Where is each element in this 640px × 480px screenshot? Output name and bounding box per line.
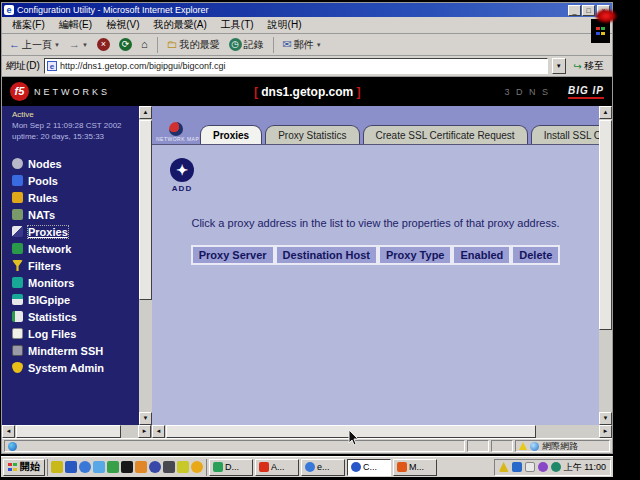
add-proxy-button[interactable]: ✦ ADD [170, 158, 194, 193]
favorites-folder-icon: 🗀 [167, 39, 178, 50]
menu-tools[interactable]: 工具(T) [215, 17, 260, 33]
column-header-enabled[interactable]: Enabled [452, 245, 511, 265]
column-header-destination-host[interactable]: Destination Host [275, 245, 378, 265]
menu-view[interactable]: 檢視(V) [100, 17, 145, 33]
minimize-button[interactable]: _ [568, 5, 581, 16]
scroll-left-icon[interactable]: ◄ [2, 425, 15, 438]
sidebar-item-logfiles[interactable]: Log Files [12, 325, 139, 342]
main-vertical-scrollbar[interactable]: ▲ ▼ [599, 106, 612, 425]
screen: e Configuration Utility - Microsoft Inte… [0, 0, 640, 480]
task-app-icon [259, 462, 269, 472]
bracket-icon: ] [357, 85, 361, 99]
network-icon [12, 243, 23, 254]
tab-install-ssl-certificate[interactable]: Install SSL Certificate [531, 125, 599, 144]
main-panel: NETWORK MAP Proxies Proxy Statistics Cre… [152, 106, 612, 425]
sidebar-item-network[interactable]: Network [12, 240, 139, 257]
back-dropdown-icon[interactable]: ▼ [54, 42, 60, 48]
forward-button[interactable]: → ▼ [66, 38, 91, 51]
task-app-icon [213, 462, 223, 472]
menu-edit[interactable]: 編輯(E) [53, 17, 98, 33]
tab-create-ssl-certificate-request[interactable]: Create SSL Certificate Request [363, 125, 528, 144]
titlebar[interactable]: e Configuration Utility - Microsoft Inte… [2, 3, 612, 17]
tray-icon[interactable] [525, 462, 535, 472]
tab-proxy-statistics[interactable]: Proxy Statistics [265, 125, 359, 144]
quicklaunch-icon[interactable] [65, 461, 77, 473]
taskbar-clock[interactable]: 上午 11:00 [564, 461, 606, 474]
sidebar-vertical-scrollbar[interactable]: ▲ ▼ [139, 106, 152, 425]
bigpipe-icon [12, 294, 23, 305]
task-button[interactable]: A... [255, 459, 299, 476]
quicklaunch-icon[interactable] [107, 461, 119, 473]
sidebar-item-monitors[interactable]: Monitors [12, 274, 139, 291]
quicklaunch-icon[interactable] [121, 461, 133, 473]
scroll-down-icon[interactable]: ▼ [599, 412, 612, 425]
scrollbar-thumb[interactable] [16, 425, 121, 438]
home-button[interactable]: ⌂ [138, 38, 151, 51]
quicklaunch-icon[interactable] [93, 461, 105, 473]
scroll-right-icon[interactable]: ► [138, 425, 151, 438]
back-button[interactable]: ← 上一頁▼ [6, 37, 63, 53]
go-button[interactable]: ↪ 移至 [570, 58, 608, 74]
favorites-button[interactable]: 🗀 我的最愛 [164, 37, 223, 53]
mail-dropdown-icon[interactable]: ▼ [316, 42, 322, 48]
stop-button[interactable]: × [94, 37, 113, 52]
menu-favorites[interactable]: 我的最愛(A) [147, 17, 212, 33]
sidebar-item-system-admin[interactable]: System Admin [12, 359, 139, 376]
forward-dropdown-icon[interactable]: ▼ [82, 42, 88, 48]
sidebar-item-statistics[interactable]: Statistics [12, 308, 139, 325]
quicklaunch-icon[interactable] [51, 461, 63, 473]
scroll-up-icon[interactable]: ▲ [139, 106, 152, 119]
column-header-proxy-server[interactable]: Proxy Server [191, 245, 275, 265]
scroll-down-icon[interactable]: ▼ [139, 412, 152, 425]
tray-icon[interactable] [499, 462, 509, 472]
quicklaunch-icon[interactable] [163, 461, 175, 473]
tray-icon[interactable] [551, 462, 561, 472]
sidebar-horizontal-scrollbar[interactable]: ◄ ► [2, 425, 152, 438]
column-header-proxy-type[interactable]: Proxy Type [378, 245, 453, 265]
sidebar-item-mindterm-ssh[interactable]: Mindterm SSH [12, 342, 139, 359]
tray-icon[interactable] [538, 462, 548, 472]
scroll-right-icon[interactable]: ► [599, 425, 612, 438]
tab-proxies[interactable]: Proxies [200, 125, 262, 144]
sidebar-item-filters[interactable]: Filters [12, 257, 139, 274]
quicklaunch-icon[interactable] [177, 461, 189, 473]
refresh-button[interactable]: ⟳ [116, 37, 135, 52]
maximize-button[interactable]: □ [582, 5, 595, 16]
task-button[interactable]: e... [301, 459, 345, 476]
task-button[interactable]: D... [209, 459, 253, 476]
scroll-left-icon[interactable]: ◄ [152, 425, 165, 438]
nats-icon [12, 209, 23, 220]
sidebar-item-nodes[interactable]: Nodes [12, 155, 139, 172]
mail-button[interactable]: ✉ 郵件▼ [280, 37, 325, 53]
quicklaunch-icon[interactable] [135, 461, 147, 473]
network-map-button[interactable]: NETWORK MAP [156, 122, 196, 142]
scrollbar-thumb[interactable] [599, 120, 612, 330]
addressbar: 網址(D) e http://dns1.getop.com/bigipgui/b… [2, 56, 612, 77]
sidebar-item-rules[interactable]: Rules [12, 189, 139, 206]
workarea: Active Mon Sep 2 11:09:28 CST 2002 uptim… [2, 106, 612, 425]
quicklaunch-icon[interactable] [79, 461, 91, 473]
task-button[interactable]: M... [393, 459, 437, 476]
main-horizontal-scrollbar[interactable]: ◄ ► [152, 425, 612, 438]
start-button[interactable]: 開始 [3, 459, 45, 476]
menu-file[interactable]: 檔案(F) [6, 17, 51, 33]
column-header-delete[interactable]: Delete [511, 245, 560, 265]
task-button-active[interactable]: C... [347, 459, 391, 476]
address-input[interactable]: e http://dns1.getop.com/bigipgui/bigconf… [44, 58, 548, 74]
history-button[interactable]: ◷ 記錄 [226, 37, 267, 53]
menu-help[interactable]: 說明(H) [262, 17, 308, 33]
quicklaunch-icon[interactable] [149, 461, 161, 473]
scroll-up-icon[interactable]: ▲ [599, 106, 612, 119]
sidebar-item-proxies[interactable]: Proxies [12, 223, 139, 240]
window-title: Configuration Utility - Microsoft Intern… [17, 5, 568, 15]
tray-icon[interactable] [512, 462, 522, 472]
rules-icon [12, 192, 23, 203]
scrollbar-thumb[interactable] [139, 120, 152, 300]
quicklaunch-icon[interactable] [191, 461, 203, 473]
sidebar-item-nats[interactable]: NATs [12, 206, 139, 223]
sidebar-item-pools[interactable]: Pools [12, 172, 139, 189]
mouse-cursor [348, 429, 360, 447]
windows-flag-icon [596, 27, 605, 35]
address-dropdown-icon[interactable]: ▼ [552, 58, 566, 74]
sidebar-item-bigpipe[interactable]: BIGpipe [12, 291, 139, 308]
